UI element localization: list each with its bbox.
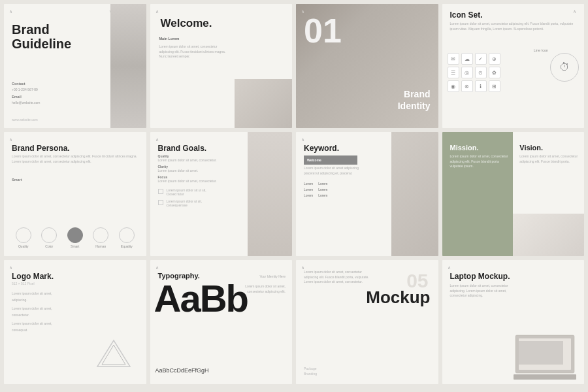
footer-s1: www.website.com bbox=[12, 118, 38, 122]
icon-set-desc: Lorem ipsum dolor sit amet, consectetur … bbox=[450, 22, 577, 31]
main-title-s1: BrandGuideline bbox=[12, 22, 71, 51]
body-text-s2: Lorem ipsum dolor sit amet, consectetur … bbox=[159, 44, 231, 59]
goals-items: QualityLorem ipsum dolor sit amet, conse… bbox=[158, 154, 244, 207]
slide-typography: ∧ Typography. AaBb AaBbCcDdEeFfGgH Your … bbox=[150, 260, 293, 384]
size-text-s9: 512 × 512 Pixel bbox=[12, 282, 35, 286]
identity-title: BrandIdentity bbox=[398, 88, 431, 112]
logo-s4: ∧ bbox=[573, 9, 576, 14]
svg-marker-1 bbox=[102, 345, 125, 365]
slide-welcome: ∧ Welcome. Main Lorem Lorem ipsum dolor … bbox=[150, 4, 293, 128]
circle-smart bbox=[67, 227, 83, 243]
body-title-s2: Main Lorem bbox=[159, 37, 180, 41]
slide-brand-persona: ∧ Brand Persona. Lorem ipsum dolor sit a… bbox=[4, 132, 146, 256]
slide-brand-goals: ∧ Brand Goals. QualityLorem ipsum dolor … bbox=[150, 132, 293, 256]
logo-mark-title: Logo Mark. bbox=[12, 272, 54, 281]
logo-s6: ∧ bbox=[155, 137, 159, 142]
mission-panel: Mission. Lorem ipsum dolor sit amet, con… bbox=[442, 132, 514, 256]
circle-label: Human bbox=[93, 244, 108, 248]
goals-image bbox=[248, 132, 292, 256]
circle-label: Smart bbox=[67, 244, 83, 248]
slides-grid: ∧ www.website.com BrandGuideline Contact… bbox=[0, 0, 588, 392]
mission-text: Lorem ipsum dolor sit amet, consectetur … bbox=[450, 154, 510, 169]
icon-set-title: Icon Set. bbox=[450, 10, 483, 20]
icon-grid: ✉ ☁ ✓ ⊕ ☰ ◎ ⊙ ✿ ◉ ⊗ ℹ ⊞ bbox=[448, 53, 500, 92]
circle-label: Color bbox=[41, 244, 57, 248]
persona-circles: Quality Color Smart Human Equality bbox=[10, 227, 140, 248]
icon-item: ⊗ bbox=[461, 80, 473, 92]
logo-s2: ∧ bbox=[155, 9, 159, 14]
mockup-body: Lorem ipsum dolor sit amet, consectetur … bbox=[304, 270, 373, 285]
type-body-text: Your Identity HereLorem ipsum dolor sit … bbox=[237, 274, 286, 294]
slide-brand-identity: ∧ 01 BrandIdentity bbox=[296, 4, 438, 128]
icon-item: ☰ bbox=[448, 67, 459, 78]
mission-title: Mission. bbox=[450, 144, 479, 152]
slide-mission-vision: Mission. Lorem ipsum dolor sit amet, con… bbox=[442, 132, 585, 256]
laptop-title: Laptop Mockup. bbox=[450, 272, 510, 281]
icon-item: ✉ bbox=[448, 53, 459, 65]
circle-label: Equality bbox=[119, 244, 135, 248]
slide-icon-set: ∧ Icon Set. Lorem ipsum dolor sit amet, … bbox=[442, 4, 585, 128]
keyword-list: LoremLoremLorem LoremLoremLorem bbox=[304, 182, 386, 197]
circle-label: Quality bbox=[16, 244, 31, 248]
triangle-logo bbox=[94, 337, 133, 372]
laptop-body: Lorem ipsum dolor sit amet, consectetur … bbox=[450, 284, 512, 299]
logo-items: Lorem ipsum dolor sit amet,adipiscing. L… bbox=[12, 290, 52, 333]
logo-s5: ∧ bbox=[9, 137, 12, 142]
slide-brand-guideline: ∧ www.website.com BrandGuideline Contact… bbox=[4, 4, 146, 128]
welcome-box: Welcome bbox=[304, 155, 357, 165]
mockup-title: Mockup bbox=[366, 287, 430, 308]
vision-panel: Vision. Lorem ipsum dolor sit amet, cons… bbox=[513, 132, 584, 256]
persona-body: Lorem ipsum dolor sit amet, consectetur … bbox=[12, 154, 139, 164]
line-icon-label: Line Icon bbox=[534, 48, 548, 52]
icon-item: ✿ bbox=[489, 67, 500, 78]
circle-equality bbox=[119, 227, 135, 243]
side-image-s1 bbox=[110, 4, 146, 128]
logo-s12: ∧ bbox=[448, 265, 451, 270]
icon-item: ⊙ bbox=[475, 67, 487, 78]
slide-mockup: ∧ 05 Mockup Lorem ipsum dolor sit amet, … bbox=[296, 260, 438, 384]
clock-icon: ⏱ bbox=[550, 53, 579, 82]
icon-item: ⊞ bbox=[489, 80, 500, 92]
logo-s9: ∧ bbox=[9, 265, 12, 270]
icon-item: ℹ bbox=[475, 80, 487, 92]
contact-info-s1: Contact +00 1-234-567-89 Email hello@web… bbox=[12, 81, 40, 105]
slide-laptop-mockup: ∧ Laptop Mockup. Lorem ipsum dolor sit a… bbox=[442, 260, 585, 384]
persona-label: Smart bbox=[12, 178, 22, 182]
circle-quality bbox=[16, 227, 31, 243]
number-s3: 01 bbox=[304, 14, 342, 48]
icon-item: ⊕ bbox=[489, 53, 500, 65]
svg-marker-0 bbox=[97, 340, 130, 367]
circle-color bbox=[41, 227, 57, 243]
persona-title: Brand Persona. bbox=[12, 144, 70, 153]
slide-logo-mark: ∧ Logo Mark. 512 × 512 Pixel Lorem ipsum… bbox=[4, 260, 146, 384]
svg-rect-5 bbox=[519, 341, 563, 365]
vision-text: Lorem ipsum dolor sit amet, consectetur … bbox=[519, 154, 580, 164]
circle-human bbox=[93, 227, 108, 243]
welcome-text-box: Lorem ipsum dolor sit amet adipiscing pl… bbox=[304, 166, 359, 176]
logo-mark-s1: ∧ bbox=[9, 9, 12, 14]
keyword-title: Keyword. bbox=[304, 144, 339, 153]
icon-item: ◎ bbox=[461, 67, 473, 78]
logo-s7: ∧ bbox=[301, 137, 304, 142]
laptop-device bbox=[512, 332, 584, 384]
welcome-image bbox=[235, 79, 292, 128]
icon-item: ◉ bbox=[448, 80, 459, 92]
icon-item: ☁ bbox=[461, 53, 473, 65]
icon-item: ✓ bbox=[475, 53, 487, 65]
slide-keyword: ∧ Keyword. Welcome Lorem ipsum dolor sit… bbox=[296, 132, 438, 256]
goals-title: Brand Goals. bbox=[158, 144, 207, 153]
mockup-sub: PackageBranding bbox=[304, 366, 317, 376]
logo-s10: ∧ bbox=[155, 265, 159, 270]
welcome-title: Welcome. bbox=[161, 17, 212, 30]
vision-image bbox=[513, 214, 584, 256]
vision-title: Vision. bbox=[519, 144, 543, 152]
svg-rect-4 bbox=[514, 374, 576, 380]
small-letters: AaBbCcDdEeFfGgH bbox=[155, 367, 209, 374]
keyword-image bbox=[391, 132, 438, 256]
